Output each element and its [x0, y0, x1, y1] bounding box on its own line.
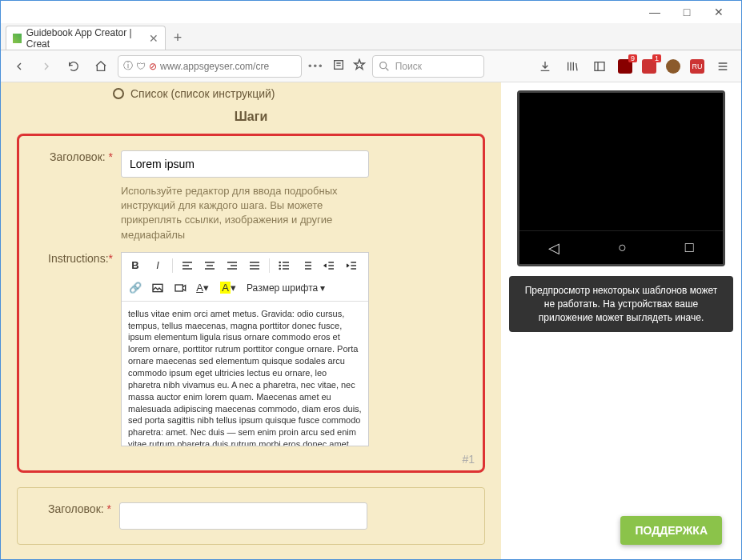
- svg-point-3: [279, 262, 280, 262]
- svg-point-5: [279, 268, 280, 269]
- align-right-button[interactable]: [222, 256, 243, 275]
- svg-rect-7: [175, 285, 182, 291]
- url-text: www.appsgeyser.com/cre: [160, 61, 296, 72]
- search-icon: [378, 60, 391, 73]
- reload-button[interactable]: [63, 56, 84, 77]
- title-hint: Используйте редактор для ввода подробных…: [121, 184, 369, 242]
- support-button[interactable]: ПОДДЕРЖКА: [620, 516, 722, 545]
- browser-toolbar: ⓘ 🛡 ⊘ www.appsgeyser.com/cre ••• Поиск 9…: [1, 50, 741, 82]
- phone-preview: ◁ ○ □: [517, 90, 725, 266]
- indent-button[interactable]: [341, 256, 362, 275]
- svg-point-1: [379, 62, 386, 68]
- video-button[interactable]: [170, 278, 191, 298]
- italic-button[interactable]: I: [147, 256, 168, 275]
- align-left-button[interactable]: [177, 256, 198, 275]
- menu-icon[interactable]: [712, 56, 733, 77]
- browser-tab[interactable]: Guidebook App Creator | Creat ✕: [6, 26, 166, 50]
- back-button[interactable]: [9, 56, 30, 77]
- home-button[interactable]: [90, 56, 111, 77]
- section-title: Шаги: [17, 105, 485, 134]
- reader-icon[interactable]: [332, 58, 345, 74]
- downloads-icon[interactable]: [535, 56, 555, 77]
- radio-label: Список (список инструкций): [130, 87, 275, 100]
- title-input[interactable]: [121, 150, 369, 178]
- minimize-button[interactable]: —: [639, 1, 671, 23]
- tab-title: Guidebook App Creator | Creat: [26, 27, 144, 50]
- phone-screen: [519, 93, 723, 230]
- phone-navbar: ◁ ○ □: [519, 230, 723, 264]
- align-center-button[interactable]: [199, 256, 220, 275]
- align-justify-button[interactable]: [244, 256, 265, 275]
- bg-color-button[interactable]: A▾: [215, 278, 242, 298]
- new-tab-button[interactable]: +: [166, 26, 190, 50]
- radio-option-list[interactable]: Список (список инструкций): [17, 82, 485, 105]
- info-icon: ⓘ: [123, 59, 133, 73]
- bookmark-icon[interactable]: [353, 58, 366, 74]
- more-icon[interactable]: •••: [308, 60, 324, 72]
- title-label-2: Заголовок: *: [35, 502, 119, 530]
- instructions-label: Instructions:*: [37, 252, 121, 446]
- url-actions: •••: [308, 58, 366, 74]
- maximize-button[interactable]: □: [671, 1, 703, 23]
- android-home-icon: ○: [618, 239, 627, 256]
- monkey-ext-icon[interactable]: [664, 58, 682, 75]
- main-column: Список (список инструкций) Шаги Заголово…: [1, 82, 501, 559]
- android-recent-icon: □: [685, 239, 694, 256]
- radio-icon: [113, 88, 124, 99]
- window-titlebar: — □ ✕: [1, 1, 741, 23]
- shield-icon: 🛡: [136, 61, 146, 72]
- close-tab-icon[interactable]: ✕: [149, 32, 158, 45]
- search-field[interactable]: Поиск: [372, 55, 484, 78]
- step-card-1: Заголовок: * Используйте редактор для вв…: [17, 134, 485, 473]
- editor-toolbar: B I 🔗: [122, 253, 368, 302]
- search-placeholder: Поиск: [395, 61, 422, 72]
- list-ol-button[interactable]: [296, 256, 317, 275]
- link-button[interactable]: 🔗: [125, 278, 146, 298]
- list-ul-button[interactable]: [274, 256, 295, 275]
- tracking-blocked-icon: ⊘: [149, 61, 157, 72]
- svg-point-4: [279, 265, 280, 266]
- title-input-2[interactable]: [119, 502, 367, 530]
- preview-notice: Предпросмотр некоторых шаблонов может не…: [509, 276, 733, 332]
- rich-text-editor: B I 🔗: [121, 252, 369, 446]
- ublock-icon[interactable]: 9: [616, 58, 634, 75]
- step-card-2: Заголовок: *: [17, 487, 485, 545]
- forward-button[interactable]: [36, 56, 57, 77]
- url-field[interactable]: ⓘ 🛡 ⊘ www.appsgeyser.com/cre: [118, 55, 302, 78]
- outdent-button[interactable]: [319, 256, 339, 275]
- bold-button[interactable]: B: [125, 256, 146, 275]
- image-button[interactable]: [147, 278, 168, 298]
- editor-body[interactable]: tellus vitae enim orci amet metus. Gravi…: [122, 302, 368, 446]
- sidebar-icon[interactable]: [589, 56, 610, 77]
- close-window-button[interactable]: ✕: [703, 1, 735, 23]
- tab-strip: Guidebook App Creator | Creat ✕ +: [1, 23, 741, 50]
- title-label: Заголовок: *: [37, 150, 121, 242]
- ru-ext-icon[interactable]: RU: [688, 58, 706, 75]
- step-number: #1: [462, 453, 475, 466]
- adblock-icon[interactable]: 1: [640, 58, 658, 75]
- svg-rect-2: [595, 62, 604, 70]
- page-content: Список (список инструкций) Шаги Заголово…: [1, 82, 741, 559]
- preview-column: ◁ ○ □ Предпросмотр некоторых шаблонов мо…: [501, 82, 741, 559]
- android-back-icon: ◁: [548, 239, 560, 257]
- font-size-select[interactable]: Размер шрифта▾: [243, 282, 328, 294]
- library-icon[interactable]: [562, 56, 583, 77]
- text-color-button[interactable]: A▾: [192, 278, 213, 298]
- favicon-icon: [13, 34, 22, 43]
